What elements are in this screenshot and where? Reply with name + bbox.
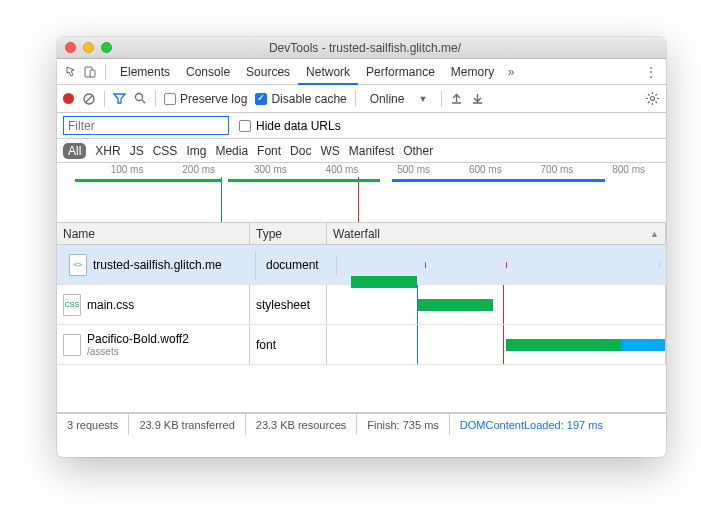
filter-type-media[interactable]: Media xyxy=(215,144,248,158)
more-tabs-icon[interactable]: » xyxy=(502,63,520,81)
status-transferred: 23.9 KB transferred xyxy=(129,414,245,435)
file-icon: <> xyxy=(69,254,87,276)
download-icon[interactable] xyxy=(471,92,484,105)
tab-sources[interactable]: Sources xyxy=(238,59,298,85)
filter-type-css[interactable]: CSS xyxy=(153,144,178,158)
waterfall-bar-tail xyxy=(621,339,665,351)
request-rows: <> trusted-sailfish.glitch.me document C… xyxy=(57,245,666,365)
svg-line-5 xyxy=(142,100,145,103)
filter-row: Hide data URLs xyxy=(57,113,666,139)
tab-elements[interactable]: Elements xyxy=(112,59,178,85)
table-row[interactable]: Pacifico-Bold.woff2/assets font xyxy=(57,325,666,365)
record-button[interactable] xyxy=(63,93,74,104)
table-row[interactable]: CSS main.css stylesheet xyxy=(57,285,666,325)
throttle-select[interactable]: Online ▼ xyxy=(364,90,434,108)
clear-icon[interactable] xyxy=(82,92,96,106)
status-bar: 3 requests 23.9 KB transferred 23.3 KB r… xyxy=(57,413,666,435)
overview-bar xyxy=(228,179,380,182)
filter-type-manifest[interactable]: Manifest xyxy=(349,144,394,158)
request-type: stylesheet xyxy=(250,285,327,324)
throttle-value: Online xyxy=(370,92,405,106)
disable-cache-checkbox[interactable]: Disable cache xyxy=(255,92,346,106)
hide-data-urls-label: Hide data URLs xyxy=(256,119,341,133)
status-finish: Finish: 735 ms xyxy=(357,414,450,435)
empty-area xyxy=(57,365,666,413)
tick-label: 400 ms xyxy=(326,164,359,175)
search-icon[interactable] xyxy=(134,92,147,105)
preserve-log-label: Preserve log xyxy=(180,92,247,106)
overview-bar xyxy=(75,179,221,182)
status-requests: 3 requests xyxy=(57,414,129,435)
settings-icon[interactable] xyxy=(645,91,660,106)
tick-label: 600 ms xyxy=(469,164,502,175)
tab-console[interactable]: Console xyxy=(178,59,238,85)
waterfall-marker xyxy=(503,325,504,364)
devtools-window: DevTools - trusted-sailfish.glitch.me/ E… xyxy=(57,37,666,457)
filter-type-font[interactable]: Font xyxy=(257,144,281,158)
waterfall-bar xyxy=(418,299,492,311)
svg-point-4 xyxy=(136,94,143,101)
filter-type-other[interactable]: Other xyxy=(403,144,433,158)
preserve-log-checkbox[interactable]: Preserve log xyxy=(164,92,247,106)
tab-performance[interactable]: Performance xyxy=(358,59,443,85)
hide-data-urls-checkbox[interactable]: Hide data URLs xyxy=(239,119,341,133)
status-resources: 23.3 KB resources xyxy=(246,414,358,435)
tick-label: 200 ms xyxy=(182,164,215,175)
network-toolbar: Preserve log Disable cache Online ▼ xyxy=(57,85,666,113)
filter-input[interactable] xyxy=(63,116,229,135)
tick-label: 100 ms xyxy=(111,164,144,175)
waterfall-cell xyxy=(341,262,660,268)
tick-label: 500 ms xyxy=(397,164,430,175)
waterfall-marker xyxy=(506,262,507,268)
svg-line-3 xyxy=(85,95,93,103)
col-type[interactable]: Type xyxy=(250,223,327,244)
separator xyxy=(355,91,356,107)
waterfall-marker xyxy=(417,325,418,364)
table-row[interactable]: <> trusted-sailfish.glitch.me document xyxy=(57,245,666,285)
overview-bar xyxy=(392,179,605,182)
tab-memory[interactable]: Memory xyxy=(443,59,502,85)
separator xyxy=(441,91,442,107)
disable-cache-label: Disable cache xyxy=(271,92,346,106)
col-name[interactable]: Name xyxy=(57,223,250,244)
filter-type-xhr[interactable]: XHR xyxy=(95,144,120,158)
timeline-overview[interactable]: 100 ms200 ms300 ms400 ms500 ms600 ms700 … xyxy=(57,163,666,223)
waterfall-cell xyxy=(327,325,666,364)
file-icon xyxy=(63,334,81,356)
separator xyxy=(104,91,105,107)
tab-network[interactable]: Network xyxy=(298,59,358,85)
request-path: /assets xyxy=(87,346,189,357)
request-type: font xyxy=(250,325,327,364)
filter-type-all[interactable]: All xyxy=(63,143,86,159)
timeline-track xyxy=(57,179,666,187)
inspect-icon[interactable] xyxy=(63,63,81,81)
filter-type-ws[interactable]: WS xyxy=(320,144,339,158)
separator xyxy=(105,64,106,80)
svg-rect-1 xyxy=(90,70,95,77)
device-icon[interactable] xyxy=(81,63,99,81)
filter-type-img[interactable]: Img xyxy=(186,144,206,158)
kebab-menu-icon[interactable]: ⋮ xyxy=(642,63,660,81)
col-waterfall[interactable]: Waterfall▲ xyxy=(327,223,666,244)
titlebar: DevTools - trusted-sailfish.glitch.me/ xyxy=(57,37,666,59)
waterfall-cell xyxy=(327,285,666,324)
panel-tabs: ElementsConsoleSourcesNetworkPerformance… xyxy=(57,59,666,85)
request-name: Pacifico-Bold.woff2 xyxy=(87,332,189,346)
filter-type-row: AllXHRJSCSSImgMediaFontDocWSManifestOthe… xyxy=(57,139,666,163)
window-title: DevTools - trusted-sailfish.glitch.me/ xyxy=(72,41,658,55)
request-name: trusted-sailfish.glitch.me xyxy=(93,258,222,272)
upload-icon[interactable] xyxy=(450,92,463,105)
filter-type-doc[interactable]: Doc xyxy=(290,144,311,158)
separator xyxy=(155,91,156,107)
waterfall-marker xyxy=(425,262,426,268)
sort-asc-icon: ▲ xyxy=(650,229,659,239)
tick-label: 700 ms xyxy=(541,164,574,175)
request-name: main.css xyxy=(87,298,134,312)
request-type: document xyxy=(260,255,337,275)
filter-type-js[interactable]: JS xyxy=(130,144,144,158)
filter-icon[interactable] xyxy=(113,92,126,105)
status-dcl: DOMContentLoaded: 197 ms xyxy=(450,414,613,435)
file-icon: CSS xyxy=(63,294,81,316)
tick-label: 300 ms xyxy=(254,164,287,175)
chevron-down-icon: ▼ xyxy=(418,94,427,104)
